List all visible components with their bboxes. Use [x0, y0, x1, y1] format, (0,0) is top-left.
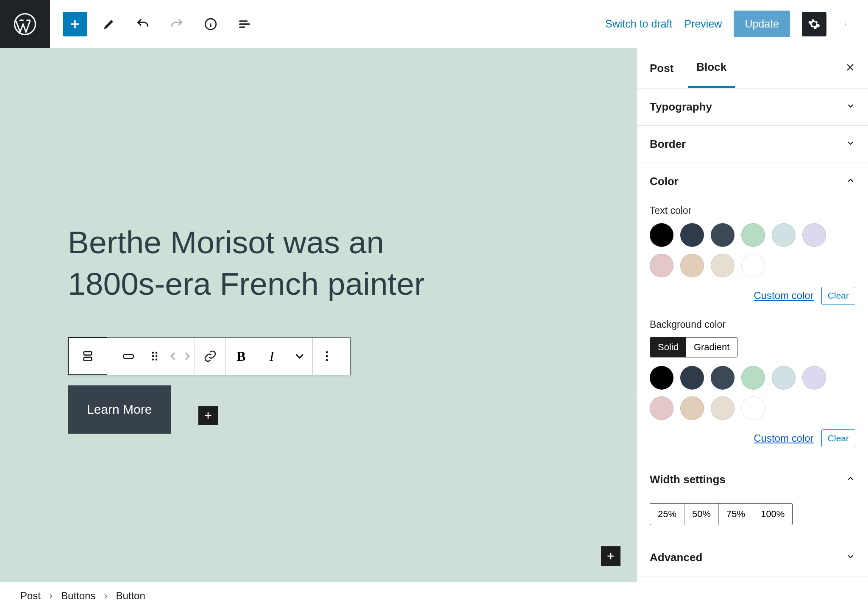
color-swatch[interactable]	[772, 223, 796, 247]
color-swatch[interactable]	[741, 254, 765, 277]
chevron-down-icon	[846, 100, 855, 113]
color-swatch[interactable]	[711, 366, 734, 390]
panel-label: Color	[650, 175, 679, 188]
svg-point-15	[326, 355, 328, 357]
color-swatch[interactable]	[741, 366, 765, 390]
panel-label: Border	[650, 138, 686, 151]
kebab-icon	[325, 349, 338, 363]
clear-bg-color-button[interactable]: Clear	[821, 429, 855, 447]
svg-rect-7	[123, 354, 134, 358]
editor-topbar: Switch to draft Preview Update	[0, 0, 868, 48]
redo-icon	[170, 17, 184, 31]
drag-handle[interactable]	[144, 338, 166, 375]
redo-button[interactable]	[164, 12, 189, 36]
add-block-button[interactable]	[63, 12, 87, 36]
color-swatch[interactable]	[772, 366, 796, 390]
color-swatch[interactable]	[680, 366, 704, 390]
panel-typography-toggle[interactable]: Typography	[637, 89, 868, 125]
breadcrumb-item[interactable]: Post	[20, 590, 41, 602]
panel-advanced-toggle[interactable]: Advanced	[637, 539, 868, 576]
toolbar-left	[50, 12, 257, 36]
bold-button[interactable]: B	[226, 338, 256, 375]
color-swatch[interactable]	[680, 254, 704, 277]
color-swatch[interactable]	[680, 223, 704, 247]
color-swatch[interactable]	[741, 396, 765, 420]
move-left-button[interactable]	[166, 338, 180, 375]
block-type-button[interactable]	[69, 338, 107, 375]
switch-to-draft-button[interactable]: Switch to draft	[605, 18, 672, 30]
color-swatch[interactable]	[650, 223, 673, 247]
more-formatting-button[interactable]	[287, 338, 312, 375]
color-swatch[interactable]	[711, 223, 734, 247]
clear-text-color-button[interactable]: Clear	[821, 287, 855, 304]
chevron-left-icon	[166, 349, 180, 363]
breadcrumb-item[interactable]: Button	[116, 590, 145, 602]
panel-border: Border	[637, 126, 868, 163]
svg-point-13	[156, 359, 158, 361]
tab-post[interactable]: Post	[650, 48, 688, 88]
chevron-down-icon	[293, 349, 306, 363]
update-button[interactable]: Update	[734, 11, 790, 37]
post-heading[interactable]: Berthe Morisot was an 1800s-era French p…	[68, 222, 449, 304]
panel-border-toggle[interactable]: Border	[637, 126, 868, 163]
add-block-bottom[interactable]	[601, 546, 620, 566]
bg-tab-solid[interactable]: Solid	[650, 338, 686, 357]
panel-width-toggle[interactable]: Width settings	[637, 461, 868, 498]
svg-point-14	[326, 351, 328, 353]
panel-label: Typography	[650, 100, 712, 113]
color-swatch[interactable]	[711, 254, 734, 277]
undo-button[interactable]	[131, 12, 155, 36]
background-color-swatches	[650, 366, 855, 420]
editor-canvas[interactable]: Berthe Morisot was an 1800s-era French p…	[0, 48, 637, 582]
breadcrumb-item[interactable]: Buttons	[61, 590, 95, 602]
color-swatch[interactable]	[680, 396, 704, 420]
width-option[interactable]: 50%	[684, 504, 719, 525]
color-swatch[interactable]	[741, 223, 765, 247]
italic-button[interactable]: I	[256, 338, 287, 375]
gear-icon	[808, 18, 821, 30]
change-alignment-button[interactable]	[113, 338, 144, 375]
wordpress-logo[interactable]	[0, 0, 50, 48]
link-button[interactable]	[195, 338, 225, 375]
learn-more-button[interactable]: Learn More	[68, 385, 171, 434]
edit-tool-button[interactable]	[97, 12, 121, 36]
tab-block[interactable]: Block	[688, 48, 735, 88]
svg-point-10	[152, 355, 154, 357]
block-breadcrumb: Post › Buttons › Button	[0, 582, 868, 609]
custom-text-color-link[interactable]: Custom color	[754, 290, 813, 302]
add-button-after[interactable]	[198, 406, 218, 425]
svg-point-4	[846, 25, 846, 25]
svg-rect-5	[84, 352, 92, 355]
plus-icon	[605, 551, 616, 562]
width-option[interactable]: 100%	[753, 504, 792, 525]
svg-point-12	[152, 359, 154, 361]
width-option[interactable]: 75%	[719, 504, 753, 525]
color-swatch[interactable]	[650, 254, 673, 277]
panel-color-toggle[interactable]: Color	[637, 163, 868, 200]
outline-button[interactable]	[232, 12, 257, 36]
background-type-tabs: Solid Gradient	[650, 337, 737, 357]
custom-bg-color-link[interactable]: Custom color	[754, 432, 813, 444]
chevron-up-icon	[846, 473, 855, 486]
info-button[interactable]	[198, 12, 223, 36]
chevron-up-icon	[846, 175, 855, 188]
close-sidebar-button[interactable]	[845, 61, 855, 75]
breadcrumb-separator: ›	[104, 590, 107, 602]
width-option[interactable]: 25%	[650, 504, 684, 525]
panel-advanced: Advanced	[637, 539, 868, 576]
color-swatch[interactable]	[650, 366, 673, 390]
move-right-button[interactable]	[180, 338, 195, 375]
block-more-button[interactable]	[313, 338, 350, 375]
text-color-label: Text color	[650, 205, 855, 216]
color-swatch[interactable]	[711, 396, 734, 420]
background-color-label: Background color	[650, 319, 855, 330]
sidebar-tabs: Post Block	[637, 48, 868, 89]
preview-button[interactable]: Preview	[684, 18, 722, 30]
settings-button[interactable]	[802, 12, 826, 36]
color-swatch[interactable]	[802, 223, 826, 247]
color-swatch[interactable]	[802, 366, 826, 390]
bg-tab-gradient[interactable]: Gradient	[686, 338, 737, 357]
info-icon	[203, 17, 218, 31]
more-options-button[interactable]	[838, 12, 855, 36]
color-swatch[interactable]	[650, 396, 673, 420]
